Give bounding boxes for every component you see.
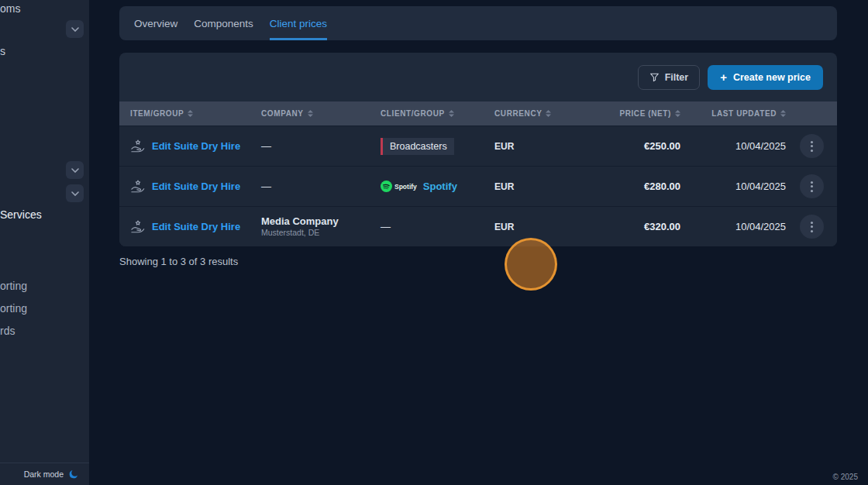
company-empty: — <box>261 181 271 192</box>
last-updated-value: 10/04/2025 <box>735 181 786 192</box>
price-value: €320.00 <box>644 221 680 232</box>
currency-value: EUR <box>494 181 514 192</box>
results-summary: Showing 1 to 3 of 3 results <box>119 256 238 267</box>
company-location: Musterstadt, DE <box>261 228 339 238</box>
table-row: Edit Suite Dry Hire — Spotify Spotify EU… <box>119 166 837 206</box>
tab-overview[interactable]: Overview <box>134 6 177 40</box>
plus-icon: + <box>720 71 727 83</box>
item-link[interactable]: Edit Suite Dry Hire <box>130 139 240 153</box>
column-header-client-group[interactable]: CLIENT/GROUP <box>381 109 494 118</box>
chevron-down-icon <box>71 191 79 196</box>
sidebar-item-reporting[interactable]: orting <box>0 280 27 292</box>
column-header-item-group[interactable]: ITEM/GROUP <box>119 109 261 118</box>
sidebar-item[interactable]: s <box>0 45 5 57</box>
column-header-company[interactable]: COMPANY <box>261 109 381 118</box>
row-actions-button[interactable] <box>800 134 824 158</box>
last-updated-value: 10/04/2025 <box>735 221 786 232</box>
row-actions-button[interactable] <box>800 215 824 239</box>
chevron-down-icon <box>71 168 79 173</box>
client-link[interactable]: Spotify <box>423 181 457 192</box>
sort-icon <box>546 110 551 117</box>
moon-icon <box>68 469 79 480</box>
filter-label: Filter <box>665 72 689 83</box>
sidebar-collapse-button[interactable] <box>66 161 84 179</box>
table-header-row: ITEM/GROUP COMPANY CLIENT/GROUP CURRENCY… <box>119 101 837 126</box>
sort-icon <box>675 110 680 117</box>
funnel-icon <box>649 72 660 82</box>
filter-button[interactable]: Filter <box>638 65 701 90</box>
column-header-last-updated[interactable]: LAST UPDATED <box>680 109 786 118</box>
item-link[interactable]: Edit Suite Dry Hire <box>130 180 240 194</box>
client-group-badge: Broadcasters <box>381 138 454 155</box>
sidebar-item-reporting-2[interactable]: orting <box>0 302 27 315</box>
sidebar-collapse-button[interactable] <box>66 20 84 38</box>
tab-bar: Overview Components Client prices <box>119 6 837 40</box>
currency-value: EUR <box>494 222 514 232</box>
sidebar-item-dashboards[interactable]: rds <box>0 325 15 337</box>
row-actions-button[interactable] <box>800 174 824 198</box>
create-new-price-button[interactable]: + Create new price <box>708 65 823 90</box>
last-updated-value: 10/04/2025 <box>735 140 786 152</box>
copyright-text: © 2025 <box>833 473 858 481</box>
spotify-logo-icon: Spotify <box>381 181 417 192</box>
client-prices-card: Filter + Create new price ITEM/GROUP COM… <box>119 53 837 246</box>
sort-icon <box>188 110 193 117</box>
currency-value: EUR <box>494 141 514 152</box>
price-value: €280.00 <box>644 181 680 192</box>
price-value: €250.00 <box>644 140 680 152</box>
sort-icon <box>308 110 313 117</box>
item-link[interactable]: Edit Suite Dry Hire <box>130 220 240 234</box>
sidebar-item-services[interactable]: Services <box>0 208 42 221</box>
sidebar-item-rooms[interactable]: oms <box>0 2 20 15</box>
company-empty: — <box>261 140 271 152</box>
spotify-wordmark: Spotify <box>394 183 417 191</box>
dark-mode-label: Dark mode <box>24 470 64 479</box>
sidebar-collapse-button[interactable] <box>66 184 84 202</box>
column-header-currency[interactable]: CURRENCY <box>494 109 594 118</box>
sort-icon <box>780 110 786 117</box>
chevron-down-icon <box>71 27 79 32</box>
table-row: Edit Suite Dry Hire Media Company Muster… <box>119 206 837 246</box>
table-row: Edit Suite Dry Hire — Broadcasters EUR €… <box>119 126 837 166</box>
create-label: Create new price <box>733 72 811 83</box>
tab-components[interactable]: Components <box>194 6 253 40</box>
company-name: Media Company <box>261 215 339 228</box>
hand-star-icon <box>130 180 146 194</box>
client-empty: — <box>381 221 391 232</box>
sidebar: oms s Services orting orting rds Dark mo… <box>0 0 89 485</box>
hand-star-icon <box>130 139 146 153</box>
table-toolbar: Filter + Create new price <box>119 53 837 101</box>
click-indicator <box>505 238 557 291</box>
dark-mode-toggle[interactable]: Dark mode <box>0 463 89 485</box>
tab-client-prices[interactable]: Client prices <box>270 6 327 40</box>
column-header-price-net[interactable]: PRICE (NET) <box>594 109 680 118</box>
hand-star-icon <box>130 220 146 234</box>
sort-icon <box>449 110 454 117</box>
company-cell: Media Company Musterstadt, DE <box>261 215 339 238</box>
